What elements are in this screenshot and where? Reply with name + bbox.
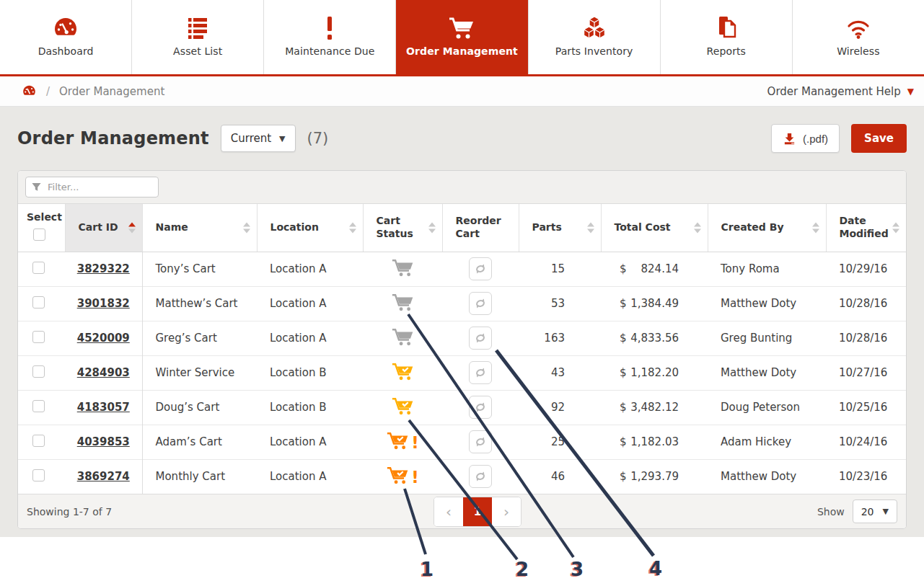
column-header-date-modified[interactable]: Date Modified	[826, 204, 906, 252]
tab-dashboard[interactable]: Dashboard	[0, 0, 132, 74]
page-header-row: Order Management Current ▼ (7) (.pdf) Sa…	[0, 107, 924, 170]
select-all-checkbox[interactable]	[33, 228, 45, 241]
cart-id-link[interactable]: 4284903	[77, 366, 130, 379]
date-modified: 10/27/16	[839, 366, 887, 379]
shopping-cart-icon	[447, 12, 476, 44]
column-label: Created By	[721, 221, 784, 233]
column-header-total-cost[interactable]: Total Cost	[601, 204, 708, 252]
reorder-cart-button[interactable]	[469, 327, 492, 350]
order-table: Select Cart ID Name Location	[18, 204, 906, 494]
maintenance-alert-icon	[325, 12, 334, 44]
reorder-cart-button[interactable]	[469, 257, 492, 280]
row-select-checkbox[interactable]	[32, 435, 45, 447]
filter-bar	[18, 171, 906, 204]
tab-asset-list[interactable]: Asset List	[132, 0, 264, 74]
column-header-location[interactable]: Location	[257, 204, 363, 252]
row-select-checkbox[interactable]	[32, 262, 45, 274]
reorder-cart-button[interactable]	[469, 465, 492, 488]
created-by: Matthew Doty	[721, 366, 796, 379]
cart-id-link[interactable]: 4520009	[77, 332, 130, 345]
cart-status-icon: !	[391, 258, 415, 277]
tab-order-management[interactable]: Order Management	[396, 0, 528, 74]
reorder-cart-button[interactable]	[469, 292, 492, 315]
row-select-checkbox[interactable]	[32, 331, 45, 343]
created-by: Matthew Doty	[721, 470, 796, 483]
column-header-cart-status[interactable]: Cart Status	[363, 204, 442, 252]
table-header-row: Select Cart ID Name Location	[18, 204, 906, 252]
parts-count: 46	[551, 470, 565, 483]
cart-id-link[interactable]: 3829322	[77, 262, 130, 275]
column-header-cart-id[interactable]: Cart ID	[65, 204, 142, 252]
callout-number-2: 2	[516, 559, 529, 580]
currency-symbol: $	[620, 470, 627, 483]
row-select-checkbox[interactable]	[32, 469, 45, 481]
parts-count: 53	[551, 297, 565, 310]
cart-status-icon: !	[386, 431, 419, 450]
page-size-dropdown[interactable]: 20 ▼	[853, 500, 897, 523]
created-by: Matthew Doty	[721, 297, 796, 310]
table-footer: Showing 1-7 of 7 ‹ 1 › Show 20 ▼	[18, 494, 906, 528]
column-header-reorder-cart: Reorder Cart	[442, 204, 519, 252]
chevron-down-icon: ▼	[279, 134, 285, 143]
filter-input[interactable]	[25, 177, 159, 197]
tab-parts-inventory[interactable]: Parts Inventory	[529, 0, 661, 74]
currency-symbol: $	[620, 435, 627, 448]
cart-id-link[interactable]: 4183057	[77, 401, 130, 414]
cart-id-link[interactable]: 3869274	[77, 470, 130, 483]
cart-name: Adam’s Cart	[156, 435, 222, 448]
callout-number-4: 4	[649, 558, 662, 580]
parts-cubes-icon	[581, 12, 608, 44]
help-dropdown-label: Order Management Help	[767, 85, 901, 98]
cart-id-link[interactable]: 4039853	[77, 435, 130, 448]
page-size-control: Show 20 ▼	[817, 500, 897, 523]
row-select-checkbox[interactable]	[32, 296, 45, 308]
tab-maintenance-due[interactable]: Maintenance Due	[264, 0, 396, 74]
view-selector-dropdown[interactable]: Current ▼	[221, 125, 296, 152]
column-header-select: Select	[18, 204, 65, 252]
row-select-checkbox[interactable]	[32, 365, 45, 378]
currency-symbol: $	[620, 332, 627, 345]
column-label: Date Modified	[840, 215, 889, 239]
home-dashboard-icon[interactable]	[22, 84, 37, 98]
column-label: Name	[156, 221, 188, 233]
column-header-parts[interactable]: Parts	[519, 204, 601, 252]
cart-name: Winter Service	[156, 366, 235, 379]
alert-exclamation-icon: !	[411, 435, 419, 450]
filter-funnel-icon	[31, 182, 42, 195]
cart-status-icon: !	[386, 466, 419, 484]
table-row: 4520009 Greg’s Cart Location A ! 163	[18, 321, 906, 355]
breadcrumb-current-page: Order Management	[59, 85, 164, 98]
previous-page-button[interactable]: ‹	[434, 497, 463, 526]
column-header-created-by[interactable]: Created By	[708, 204, 826, 252]
total-cost-value: 824.14	[641, 262, 679, 275]
reorder-cart-button[interactable]	[469, 361, 492, 384]
save-button[interactable]: Save	[851, 124, 907, 153]
current-page-button[interactable]: 1	[463, 497, 492, 526]
date-modified: 10/25/16	[839, 401, 887, 414]
help-dropdown[interactable]: Order Management Help ▼	[767, 85, 914, 98]
dashboard-gauge-icon	[52, 12, 79, 44]
reorder-cart-button[interactable]	[469, 396, 492, 419]
currency-symbol: $	[620, 401, 627, 414]
download-pdf-button[interactable]: (.pdf)	[771, 124, 840, 153]
date-modified: 10/29/16	[839, 262, 887, 275]
chevron-down-icon: ▼	[907, 86, 914, 97]
column-label: Location	[270, 221, 319, 233]
tab-label: Wireless	[837, 45, 879, 57]
cart-location: Location A	[270, 297, 326, 310]
cart-name: Tony’s Cart	[156, 262, 216, 275]
sort-arrows-icon	[812, 222, 819, 233]
callout-number-3: 3	[571, 559, 584, 580]
tab-wireless[interactable]: Wireless	[793, 0, 924, 74]
tab-reports[interactable]: Reports	[661, 0, 793, 74]
reorder-cart-button[interactable]	[469, 430, 492, 453]
pagination-control: ‹ 1 ›	[434, 497, 522, 527]
next-page-button[interactable]: ›	[492, 497, 521, 526]
row-select-checkbox[interactable]	[32, 400, 45, 412]
parts-count: 163	[544, 332, 565, 345]
column-header-name[interactable]: Name	[142, 204, 257, 252]
alert-exclamation-icon: !	[411, 470, 419, 484]
tab-label: Dashboard	[38, 45, 94, 57]
wifi-icon	[844, 12, 873, 44]
cart-id-link[interactable]: 3901832	[77, 297, 130, 310]
